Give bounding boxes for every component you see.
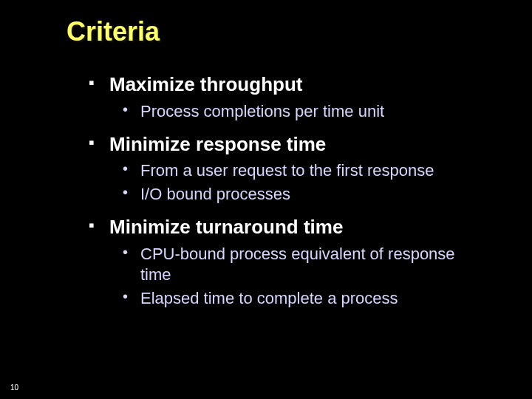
bullet-heading: Maximize throughput	[109, 73, 302, 95]
bullet-sub: Elapsed time to complete a process	[140, 289, 398, 307]
bullet-level1: Minimize response time	[89, 132, 532, 157]
bullet-level2: I/O bound processes	[123, 184, 532, 205]
slide-container: Criteria Maximize throughput Process com…	[0, 0, 532, 399]
bullet-level2: From a user request to the first respons…	[123, 160, 532, 181]
bullet-level1: Maximize throughput	[89, 72, 532, 97]
slide-title: Criteria	[66, 16, 532, 47]
bullet-sub: From a user request to the first respons…	[140, 161, 434, 180]
bullet-level2: Process completions per time unit	[123, 101, 532, 122]
bullet-heading: Minimize response time	[109, 133, 326, 155]
bullet-level2: Elapsed time to complete a process	[123, 288, 532, 309]
spacer	[66, 125, 532, 132]
bullet-heading: Minimize turnaround time	[109, 216, 343, 238]
bullet-level2: CPU-bound process equivalent of response…	[123, 244, 532, 285]
page-number: 10	[10, 383, 18, 392]
bullet-sub: I/O bound processes	[140, 185, 290, 203]
bullet-sub: CPU-bound process equivalent of response…	[140, 245, 455, 284]
bullet-sub: Process completions per time unit	[140, 102, 384, 120]
bullet-level1: Minimize turnaround time	[89, 215, 532, 239]
spacer	[66, 208, 532, 215]
